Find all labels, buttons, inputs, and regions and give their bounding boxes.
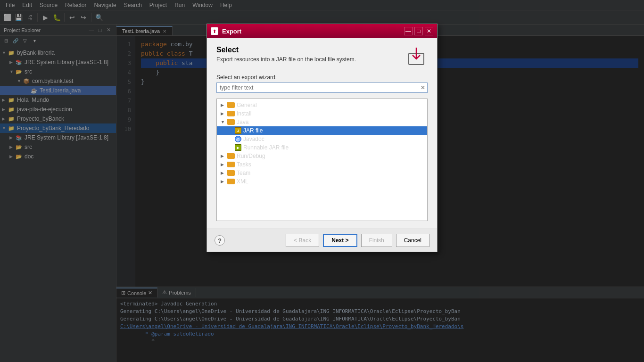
tree-collapse-arrow[interactable]: ▶	[221, 179, 227, 184]
export-tree-label: Team	[237, 170, 250, 176]
export-tree-label: Javadoc	[243, 136, 264, 142]
tree-collapse-arrow[interactable]: ▶	[221, 171, 227, 175]
back-button[interactable]: < Back	[286, 234, 319, 247]
modal-win-controls: — □ ✕	[404, 27, 433, 35]
export-tree-install[interactable]: ▶ Install	[217, 109, 427, 118]
export-icon-svg	[405, 46, 428, 68]
export-tree-label: Install	[237, 110, 251, 117]
export-tree-javadoc[interactable]: @ Javadoc	[217, 135, 427, 143]
modal-title-left: ⬆ Export	[211, 27, 241, 35]
modal-footer: ? < Back Next > Finish Cancel	[207, 229, 437, 252]
modal-header-left: Select Export resources into a JAR file …	[216, 46, 356, 63]
cancel-button[interactable]: Cancel	[396, 234, 429, 247]
export-tree-label: Tasks	[237, 161, 251, 168]
filter-input-wrap: ✕	[216, 82, 428, 93]
filter-input[interactable]	[217, 83, 419, 92]
export-tree-label: Runnable JAR file	[243, 144, 289, 151]
tree-collapse-arrow[interactable]: ▶	[221, 154, 227, 158]
runnable-icon: ▶	[235, 144, 241, 151]
export-tree-container[interactable]: ▶ General ▶ Install ▼ Java	[216, 99, 428, 221]
export-tree-label: Java	[237, 119, 248, 125]
export-tree-label: Run/Debug	[237, 153, 265, 159]
folder-icon	[227, 111, 235, 116]
folder-icon	[227, 153, 235, 159]
modal-overlay: ⬆ Export — □ ✕ Select Export resources i…	[0, 0, 644, 362]
export-tree-label: XML	[237, 178, 248, 185]
folder-icon	[227, 119, 235, 125]
modal-heading: Select	[216, 46, 356, 54]
tree-collapse-arrow[interactable]: ▶	[221, 103, 227, 107]
modal-body: Select Export resources into a JAR file …	[207, 38, 437, 229]
modal-close-btn[interactable]: ✕	[425, 27, 433, 35]
modal-minimize-btn[interactable]: —	[404, 27, 413, 35]
export-tree-team[interactable]: ▶ Team	[217, 169, 427, 177]
folder-icon	[227, 162, 235, 167]
filter-section: Select an export wizard: ✕	[216, 74, 428, 93]
export-modal: ⬆ Export — □ ✕ Select Export resources i…	[206, 24, 438, 252]
filter-clear-btn[interactable]: ✕	[419, 83, 427, 92]
modal-app-icon: ⬆	[211, 27, 218, 35]
export-tree-xml[interactable]: ▶ XML	[217, 177, 427, 186]
filter-label: Select an export wizard:	[216, 74, 428, 81]
modal-titlebar: ⬆ Export — □ ✕	[207, 24, 437, 38]
folder-icon	[227, 170, 235, 176]
tree-collapse-arrow[interactable]: ▼	[221, 120, 227, 124]
folder-icon	[227, 179, 235, 184]
modal-header-icon	[405, 46, 428, 68]
export-tree-label: JAR file	[243, 127, 263, 134]
javadoc-icon: @	[235, 136, 241, 142]
export-tree-java[interactable]: ▼ Java	[217, 118, 427, 126]
tree-collapse-arrow[interactable]: ▶	[221, 162, 227, 167]
modal-subtext: Export resources into a JAR file on the …	[216, 56, 356, 63]
export-tree-tasks[interactable]: ▶ Tasks	[217, 160, 427, 169]
tree-collapse-arrow[interactable]: ▶	[221, 111, 227, 116]
next-button[interactable]: Next >	[323, 234, 357, 247]
modal-maximize-btn[interactable]: □	[414, 27, 423, 35]
modal-title-text: Export	[222, 28, 241, 35]
help-button[interactable]: ?	[215, 235, 225, 246]
modal-footer-buttons: < Back Next > Finish Cancel	[286, 234, 429, 247]
finish-button[interactable]: Finish	[361, 234, 392, 247]
modal-header: Select Export resources into a JAR file …	[216, 46, 428, 68]
export-tree-general[interactable]: ▶ General	[217, 101, 427, 109]
jar-icon: J	[235, 127, 241, 134]
export-tree-run-debug[interactable]: ▶ Run/Debug	[217, 152, 427, 160]
folder-icon	[227, 102, 235, 108]
export-tree-jar-file[interactable]: J JAR file	[217, 126, 427, 135]
export-tree-label: General	[237, 102, 257, 108]
export-tree-runnable-jar[interactable]: ▶ Runnable JAR file	[217, 143, 427, 152]
modal-footer-left: ?	[215, 235, 225, 246]
